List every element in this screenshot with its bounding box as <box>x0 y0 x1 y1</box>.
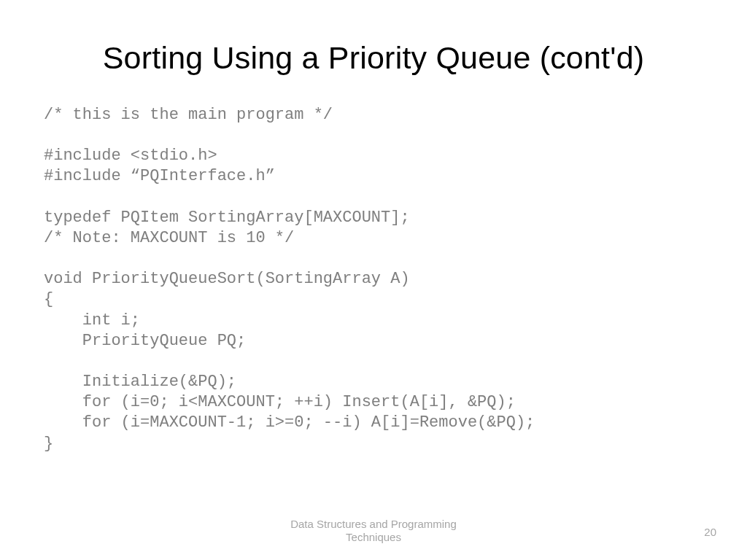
footer-line2: Techniques <box>346 531 401 543</box>
slide-container: Sorting Using a Priority Queue (cont'd) … <box>0 0 747 560</box>
page-number: 20 <box>704 526 716 538</box>
footer-text: Data Structures and Programming Techniqu… <box>290 518 457 544</box>
footer-line1: Data Structures and Programming <box>290 518 457 530</box>
code-block: /* this is the main program */ #include … <box>44 105 703 454</box>
footer: Data Structures and Programming Techniqu… <box>0 518 747 544</box>
slide-title: Sorting Using a Priority Queue (cont'd) <box>44 40 703 76</box>
